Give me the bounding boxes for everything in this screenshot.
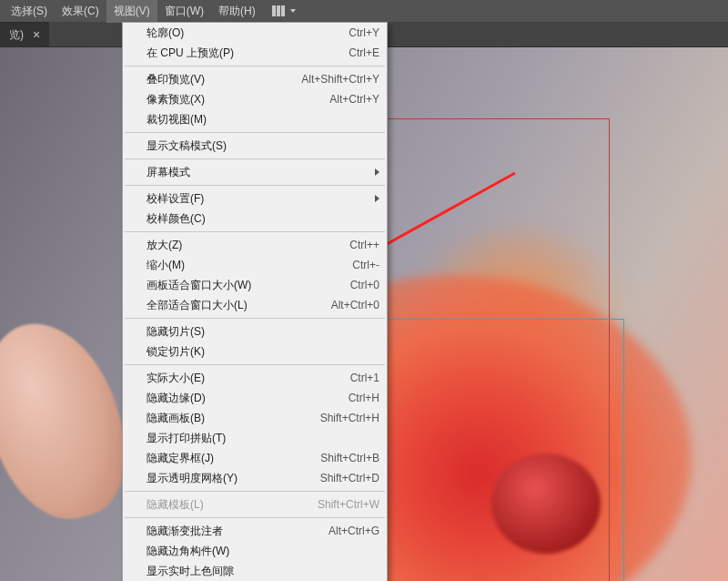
menu-item: 隐藏模板(L)Shift+Ctrl+W — [123, 494, 387, 515]
menu-effect[interactable]: 效果(C) — [55, 0, 106, 23]
menu-window[interactable]: 窗口(W) — [157, 0, 211, 23]
menu-item-shortcut: Shift+Ctrl+W — [318, 498, 379, 511]
menu-item-label: 隐藏画板(B) — [147, 411, 311, 426]
menu-item-label: 屏幕模式 — [147, 165, 379, 180]
submenu-arrow-icon — [375, 168, 379, 176]
menu-item-shortcut: Shift+Ctrl+D — [320, 472, 379, 484]
menu-item[interactable]: 像素预览(X)Alt+Ctrl+Y — [123, 89, 387, 109]
menu-item[interactable]: 全部适合窗口大小(L)Alt+Ctrl+0 — [123, 295, 387, 315]
menu-item[interactable]: 轮廓(O)Ctrl+Y — [123, 23, 387, 43]
menu-item-label: 缩小(M) — [147, 258, 343, 273]
menu-item[interactable]: 隐藏边角构件(W) — [123, 541, 387, 561]
menu-item[interactable]: 裁切视图(M) — [123, 109, 387, 129]
menu-item-label: 像素预览(X) — [147, 92, 320, 107]
menu-separator — [125, 318, 385, 319]
menu-item-label: 显示实时上色间隙 — [147, 564, 379, 579]
menu-item-label: 轮廓(O) — [147, 25, 339, 41]
menu-item[interactable]: 校样颜色(C) — [123, 209, 387, 229]
menu-item-shortcut: Alt+Ctrl+G — [329, 525, 379, 537]
menu-item-label: 隐藏渐变批注者 — [147, 524, 319, 539]
menu-item[interactable]: 校样设置(F) — [123, 189, 387, 209]
menu-item-label: 隐藏边缘(D) — [147, 391, 339, 406]
menu-item[interactable]: 在 CPU 上预览(P)Ctrl+E — [123, 43, 387, 63]
menu-item[interactable]: 显示透明度网格(Y)Shift+Ctrl+D — [123, 468, 387, 488]
menu-item-label: 全部适合窗口大小(L) — [147, 298, 322, 313]
workspace-switcher[interactable] — [272, 5, 296, 16]
menu-separator — [125, 158, 385, 159]
tab-label: 览) — [9, 27, 24, 43]
menu-item-label: 显示打印拼贴(T) — [147, 431, 379, 446]
menu-item-label: 隐藏模板(L) — [147, 497, 308, 513]
menu-help[interactable]: 帮助(H) — [211, 0, 263, 23]
menu-separator — [125, 66, 385, 66]
menu-item-label: 显示透明度网格(Y) — [147, 471, 311, 486]
menu-item-shortcut: Alt+Ctrl+Y — [329, 93, 379, 106]
menu-item-shortcut: Shift+Ctrl+B — [320, 452, 379, 464]
menu-item[interactable]: 隐藏渐变批注者Alt+Ctrl+G — [123, 521, 387, 541]
menu-item-label: 隐藏定界框(J) — [147, 451, 311, 466]
chevron-down-icon — [290, 9, 296, 13]
menu-item-label: 校样设置(F) — [147, 191, 379, 207]
menu-item[interactable]: 画板适合窗口大小(W)Ctrl+0 — [123, 275, 387, 295]
close-icon[interactable]: × — [33, 27, 40, 42]
menu-item-label: 锁定切片(K) — [147, 344, 379, 360]
menu-item[interactable]: 显示实时上色间隙 — [123, 561, 387, 581]
menu-separator — [125, 132, 385, 133]
menu-item-shortcut: Ctrl+Y — [349, 26, 379, 39]
menu-item-label: 显示文稿模式(S) — [147, 138, 379, 154]
menu-separator — [125, 185, 385, 186]
document-tab[interactable]: 览) × — [0, 22, 49, 46]
menu-item-label: 裁切视图(M) — [147, 112, 379, 127]
menu-separator — [125, 491, 385, 492]
menu-separator — [125, 231, 385, 232]
menubar: 选择(S) 效果(C) 视图(V) 窗口(W) 帮助(H) — [0, 0, 728, 22]
menu-item-shortcut: Ctrl+H — [349, 392, 379, 404]
menu-separator — [125, 517, 385, 518]
menu-item-shortcut: Ctrl+- — [352, 259, 379, 271]
menu-item[interactable]: 隐藏画板(B)Shift+Ctrl+H — [123, 408, 387, 428]
menu-item-shortcut: Ctrl+E — [349, 46, 379, 59]
menu-select[interactable]: 选择(S) — [4, 0, 55, 23]
menu-item-shortcut: Ctrl++ — [349, 239, 379, 251]
menu-item-label: 在 CPU 上预览(P) — [147, 46, 339, 61]
menu-item-label: 叠印预览(V) — [147, 72, 292, 87]
menu-item[interactable]: 显示打印拼贴(T) — [123, 428, 387, 448]
menu-item-label: 画板适合窗口大小(W) — [147, 278, 341, 293]
menu-item[interactable]: 缩小(M)Ctrl+- — [123, 255, 387, 275]
layout-icon — [272, 5, 285, 16]
menu-separator — [125, 364, 385, 365]
menu-item[interactable]: 隐藏边缘(D)Ctrl+H — [123, 388, 387, 408]
menu-item-label: 校样颜色(C) — [147, 211, 379, 227]
menu-item[interactable]: 显示文稿模式(S) — [123, 136, 387, 156]
menu-item[interactable]: 实际大小(E)Ctrl+1 — [123, 368, 387, 388]
menu-item-label: 隐藏切片(S) — [147, 324, 379, 340]
menu-item-label: 隐藏边角构件(W) — [147, 544, 379, 559]
menu-item-shortcut: Ctrl+0 — [350, 279, 379, 291]
menu-item-label: 放大(Z) — [147, 238, 340, 253]
menu-item-shortcut: Shift+Ctrl+H — [320, 412, 379, 424]
menu-item-shortcut: Alt+Ctrl+0 — [331, 299, 379, 311]
menu-item[interactable]: 屏幕模式 — [123, 162, 387, 182]
menu-item-label: 实际大小(E) — [147, 371, 341, 386]
menu-item-shortcut: Ctrl+1 — [350, 372, 379, 384]
artwork-hand — [0, 308, 142, 535]
menu-item[interactable]: 隐藏定界框(J)Shift+Ctrl+B — [123, 448, 387, 468]
view-menu-dropdown: 轮廓(O)Ctrl+Y在 CPU 上预览(P)Ctrl+E叠印预览(V)Alt+… — [122, 22, 388, 581]
menu-item[interactable]: 叠印预览(V)Alt+Shift+Ctrl+Y — [123, 69, 387, 89]
menu-view[interactable]: 视图(V) — [106, 0, 157, 23]
menu-item[interactable]: 隐藏切片(S) — [123, 321, 387, 341]
menu-item[interactable]: 放大(Z)Ctrl++ — [123, 235, 387, 255]
submenu-arrow-icon — [375, 195, 379, 202]
menu-item-shortcut: Alt+Shift+Ctrl+Y — [301, 73, 379, 86]
menu-item[interactable]: 锁定切片(K) — [123, 341, 387, 362]
